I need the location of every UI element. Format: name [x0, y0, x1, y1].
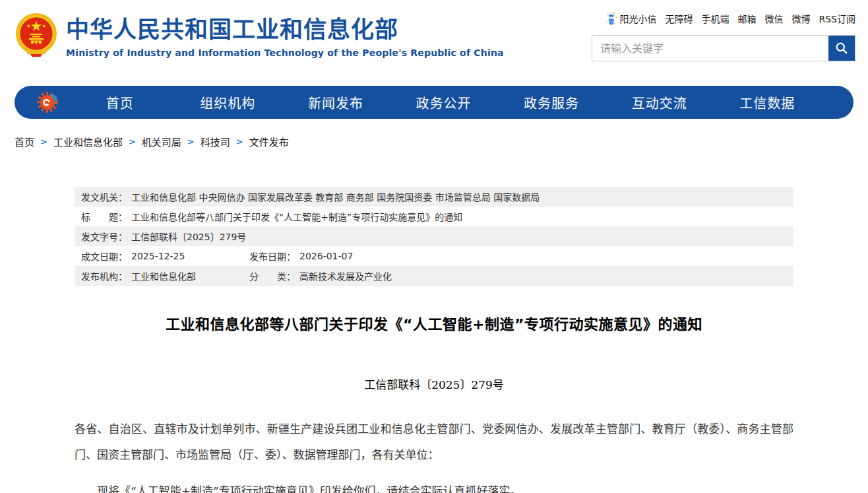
meta-row-publisher-category: 发布机构： 工业和信息化部 分 类： 高新技术发展及产业化	[75, 266, 793, 286]
search-input[interactable]	[592, 36, 828, 61]
search-icon	[835, 42, 848, 55]
header-utilities: 阳光小信 无障碍 手机端 邮箱 微信 微博 RSS订阅	[592, 12, 855, 61]
nav-item-interaction[interactable]: 互动交流	[605, 93, 714, 112]
quick-links: 阳光小信 无障碍 手机端 邮箱 微信 微博 RSS订阅	[592, 12, 855, 25]
nav-item-gov-services[interactable]: 政务服务	[497, 93, 605, 112]
quick-link-weibo[interactable]: 微博	[791, 12, 810, 25]
breadcrumb-item-home[interactable]: 首页	[15, 135, 34, 148]
meta-label: 发文机关：	[81, 190, 127, 203]
meta-label: 发文字号：	[81, 230, 127, 243]
meta-label: 发布机构：	[81, 269, 127, 282]
site-logo-link[interactable]: 中华人民共和国工业和信息化部 Ministry of Industry and …	[15, 13, 504, 58]
search-bar	[592, 35, 855, 61]
breadcrumb-separator-icon: >	[129, 137, 136, 147]
nav-item-news[interactable]: 新闻发布	[282, 93, 390, 112]
search-button[interactable]	[828, 36, 855, 61]
meta-value: 工业和信息化部等八部门关于印发《“人工智能+制造”专项行动实施意见》的通知	[131, 210, 462, 223]
document-number: 工信部联科〔2025〕279号	[75, 376, 793, 392]
meta-value: 工业和信息化部 中央网信办 国家发展改革委 教育部 商务部 国务院国资委 市场监…	[131, 190, 540, 203]
meta-value: 高新技术发展及产业化	[299, 269, 392, 282]
paragraph-addressees: 各省、自治区、直辖市及计划单列市、新疆生产建设兵团工业和信息化主管部门、党委网信…	[75, 416, 793, 468]
breadcrumb-separator-icon: >	[236, 137, 243, 147]
breadcrumb-item-departments[interactable]: 机关司局	[142, 135, 181, 148]
nav-item-home[interactable]: 首页	[66, 93, 174, 112]
meta-label: 成文日期：	[81, 249, 127, 263]
main-nav: 首页 组织机构 新闻发布 政务公开 政务服务 互动交流 工信数据	[15, 86, 853, 119]
national-emblem-icon	[15, 13, 58, 58]
breadcrumb-separator-icon: >	[187, 137, 195, 147]
meta-value: 2026-01-07	[299, 251, 353, 261]
miit-gear-logo-icon	[36, 90, 59, 114]
paragraph-body: 现将《“人工智能+制造”专项行动实施意见》印发给你们，请结合实际认真抓好落实。	[75, 478, 793, 493]
meta-row-issuing-authority: 发文机关： 工业和信息化部 中央网信办 国家发展改革委 教育部 商务部 国务院国…	[75, 187, 793, 207]
meta-value: 工信部联科〔2025〕279号	[131, 230, 246, 243]
breadcrumb-separator-icon: >	[40, 137, 47, 147]
meta-label: 发布日期：	[249, 249, 295, 263]
quick-link-mail[interactable]: 邮箱	[737, 12, 756, 25]
quick-link-wechat[interactable]: 微信	[764, 12, 783, 25]
meta-value: 2025-12-25	[131, 251, 185, 261]
doc-meta-table: 发文机关： 工业和信息化部 中央网信办 国家发展改革委 教育部 商务部 国务院国…	[75, 187, 793, 286]
breadcrumb: 首页 > 工业和信息化部 > 机关司局 > 科技司 > 文件发布	[15, 135, 853, 148]
meta-value: 工业和信息化部	[131, 269, 196, 282]
mascot-icon	[605, 12, 617, 25]
page: 中华人民共和国工业和信息化部 Ministry of Industry and …	[0, 0, 868, 493]
quick-link-label: 阳光小信	[619, 12, 656, 25]
meta-label: 分 类：	[249, 269, 295, 282]
nav-item-miit-data[interactable]: 工信数据	[713, 93, 821, 112]
quick-link-mobile[interactable]: 手机端	[701, 12, 729, 25]
nav-item-gov-disclosure[interactable]: 政务公开	[390, 93, 498, 112]
meta-row-doc-number: 发文字号： 工信部联科〔2025〕279号	[75, 226, 793, 246]
breadcrumb-item-miit[interactable]: 工业和信息化部	[53, 135, 123, 148]
site-title: 中华人民共和国工业和信息化部	[66, 17, 504, 43]
document-title: 工业和信息化部等八部门关于印发《“人工智能+制造”专项行动实施意见》的通知	[75, 312, 793, 333]
breadcrumb-item-document-release[interactable]: 文件发布	[249, 135, 289, 148]
site-subtitle: Ministry of Industry and Information Tec…	[66, 48, 504, 58]
breadcrumb-item-science-tech-dept[interactable]: 科技司	[201, 135, 230, 148]
document-content: 发文机关： 工业和信息化部 中央网信办 国家发展改革委 教育部 商务部 国务院国…	[75, 187, 793, 493]
quick-link-sunshine-xiaoxin[interactable]: 阳光小信	[605, 12, 656, 25]
quick-link-accessibility[interactable]: 无障碍	[665, 12, 693, 25]
quick-link-rss[interactable]: RSS订阅	[819, 12, 855, 25]
nav-item-organization[interactable]: 组织机构	[174, 93, 282, 112]
site-header: 中华人民共和国工业和信息化部 Ministry of Industry and …	[0, 0, 868, 86]
meta-row-dates: 成文日期： 2025-12-25 发布日期： 2026-01-07	[75, 246, 793, 266]
meta-label: 标 题：	[81, 210, 127, 223]
meta-row-title: 标 题： 工业和信息化部等八部门关于印发《“人工智能+制造”专项行动实施意见》的…	[75, 207, 793, 226]
